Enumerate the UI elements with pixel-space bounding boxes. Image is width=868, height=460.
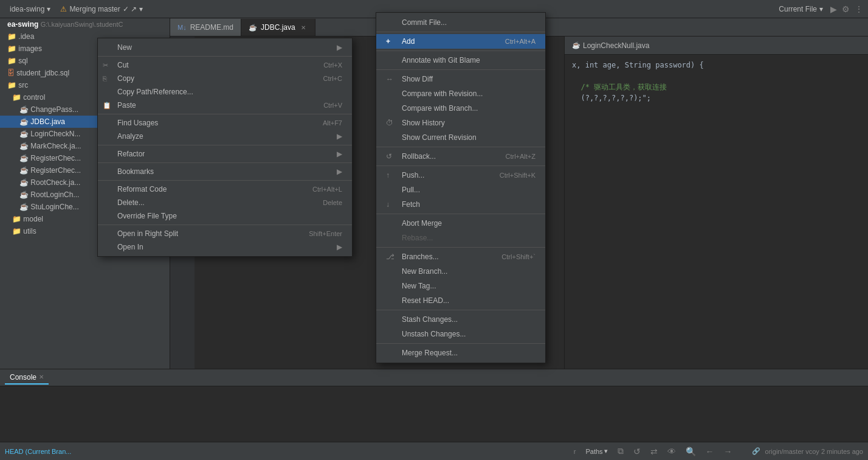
fetch-icon: ↓ bbox=[386, 200, 398, 209]
sidebar-stulogin-label: StuLoginChe... bbox=[30, 203, 78, 211]
git-menu-item-show-current-revision[interactable]: Show Current Revision bbox=[376, 130, 545, 145]
git-menu-item-compare-branch[interactable]: Compare with Branch... bbox=[376, 101, 545, 116]
menu-item-copy[interactable]: ⎘ Copy Ctrl+C bbox=[98, 72, 352, 85]
images-folder-icon: 📁 bbox=[7, 44, 16, 53]
menu-item-reformat[interactable]: Reformat Code Ctrl+Alt+L bbox=[98, 183, 352, 196]
rollback-icon: ↺ bbox=[386, 152, 398, 161]
git-show-diff-label: Show Diff bbox=[402, 75, 536, 83]
eye-icon[interactable]: 👁 bbox=[667, 447, 676, 456]
copy-icon: ⎘ bbox=[103, 75, 115, 82]
git-sep-7 bbox=[376, 247, 545, 248]
menu-item-paste[interactable]: 📋 Paste Ctrl+V bbox=[98, 99, 352, 112]
tab-jdbc[interactable]: ☕ JDBC.java ✕ bbox=[241, 19, 315, 36]
paste-icon: 📋 bbox=[103, 102, 115, 110]
menu-item-override-file-type[interactable]: Override File Type bbox=[98, 209, 352, 223]
sidebar-model-label: model bbox=[23, 215, 43, 223]
git-menu-item-unstash[interactable]: Unstash Changes... bbox=[376, 327, 545, 341]
branch-selector[interactable]: ⚠ Merging master ✓ ↗ ▾ bbox=[55, 4, 148, 15]
analyze-arrow-icon: ▶ bbox=[337, 132, 342, 141]
git-reset-head-label: Reset HEAD... bbox=[402, 296, 536, 305]
git-menu-item-reset-head[interactable]: Reset HEAD... bbox=[376, 293, 545, 308]
git-compare-revision-label: Compare with Revision... bbox=[402, 89, 536, 98]
menu-item-open-in[interactable]: Open In ▶ bbox=[98, 240, 352, 254]
expand-icon[interactable]: ⧉ bbox=[618, 446, 624, 456]
git-menu-item-fetch[interactable]: ↓ Fetch bbox=[376, 197, 545, 212]
git-menu-item-pull[interactable]: Pull... bbox=[376, 183, 545, 197]
git-menu-item-branches[interactable]: ⎇ Branches... Ctrl+Shift+` bbox=[376, 249, 545, 264]
refresh-icon[interactable]: ↺ bbox=[633, 447, 641, 456]
git-compare-branch-label: Compare with Branch... bbox=[402, 104, 536, 113]
menu-item-find-usages[interactable]: Find Usages Alt+F7 bbox=[98, 116, 352, 130]
menu-copy-path-label: Copy Path/Reference... bbox=[117, 88, 342, 96]
right-tab-label[interactable]: LoginCheckNull.java bbox=[583, 41, 649, 50]
git-new-branch-label: New Branch... bbox=[402, 267, 536, 276]
sidebar-jdbc-label: JDBC.java bbox=[30, 117, 65, 126]
project-name: idea-swing bbox=[10, 5, 44, 13]
add-icon: + bbox=[386, 37, 398, 46]
git-menu-item-show-diff[interactable]: ↔ Show Diff bbox=[376, 72, 545, 86]
sidebar-rootlogin-label: RootLoginCh... bbox=[30, 190, 79, 199]
more-icon[interactable]: ⋮ bbox=[855, 4, 863, 14]
warning-icon: ⚠ bbox=[60, 5, 67, 13]
git-menu-item-merge-request[interactable]: Merge Request... bbox=[376, 346, 545, 360]
menu-item-refactor[interactable]: Refactor ▶ bbox=[98, 147, 352, 161]
git-menu-item-abort-merge[interactable]: Abort Merge bbox=[376, 216, 545, 231]
src-folder-icon: 📁 bbox=[7, 81, 16, 89]
bottom-bar-right: r Paths ▾ ⧉ ↺ ⇄ 👁 🔍 ← → bbox=[574, 446, 732, 456]
project-selector[interactable]: idea-swing ▾ bbox=[5, 4, 55, 15]
current-file-button[interactable]: Current File ▾ bbox=[774, 4, 828, 15]
tab-readme[interactable]: M↓ README.md bbox=[170, 19, 241, 36]
tab-close-button[interactable]: ✕ bbox=[299, 23, 308, 32]
git-menu-item-new-tag[interactable]: New Tag... bbox=[376, 279, 545, 293]
menu-item-cut[interactable]: ✂ Cut Ctrl+X bbox=[98, 58, 352, 72]
separator-6 bbox=[98, 225, 352, 225]
go-back-icon[interactable]: ← bbox=[706, 447, 714, 456]
menu-find-usages-label: Find Usages bbox=[117, 119, 311, 127]
git-menu-item-compare-revision[interactable]: Compare with Revision... bbox=[376, 86, 545, 101]
branch-info[interactable]: HEAD (Current Bran... bbox=[5, 448, 71, 455]
paths-button[interactable]: Paths ▾ bbox=[585, 447, 607, 455]
git-menu-item-annotate[interactable]: Annotate with Git Blame bbox=[376, 53, 545, 68]
model-folder-icon: 📁 bbox=[12, 215, 21, 223]
git-push-shortcut: Ctrl+Shift+K bbox=[500, 172, 536, 179]
console-area: Console ✕ bbox=[170, 369, 868, 442]
refactor-arrow-icon: ▶ bbox=[337, 150, 342, 158]
menu-cut-label: Cut bbox=[117, 61, 311, 69]
git-menu-item-push[interactable]: ↑ Push... Ctrl+Shift+K bbox=[376, 168, 545, 183]
sidebar-src-label: src bbox=[18, 81, 28, 89]
menu-item-bookmarks[interactable]: Bookmarks ▶ bbox=[98, 165, 352, 178]
git-menu-item-commit[interactable]: Commit File... bbox=[376, 15, 545, 30]
git-add-label: Add bbox=[402, 37, 505, 46]
stulogin-file-icon: ☕ bbox=[19, 203, 29, 211]
menu-item-analyze[interactable]: Analyze ▶ bbox=[98, 130, 352, 143]
menu-item-delete[interactable]: Delete... Delete bbox=[98, 196, 352, 209]
menu-open-right-label: Open in Right Split bbox=[117, 229, 297, 238]
menu-item-copy-path[interactable]: Copy Path/Reference... bbox=[98, 85, 352, 99]
git-menu-item-add[interactable]: + Add Ctrl+Alt+A bbox=[376, 34, 545, 49]
project-path: G:\.kaiyuanSwing\.studentC bbox=[41, 21, 123, 28]
diff-icon[interactable]: ⇄ bbox=[650, 447, 658, 456]
git-new-tag-label: New Tag... bbox=[402, 282, 536, 290]
history-icon: ⏱ bbox=[386, 119, 398, 127]
search-bottom-icon[interactable]: 🔍 bbox=[686, 447, 696, 456]
separator-5 bbox=[98, 180, 352, 181]
git-menu-item-new-branch[interactable]: New Branch... bbox=[376, 264, 545, 279]
run-icon[interactable]: ▶ bbox=[830, 4, 837, 14]
sidebar-project[interactable]: ea-swing G:\.kaiyuanSwing\.studentC bbox=[0, 18, 170, 30]
git-menu-item-stash[interactable]: Stash Changes... bbox=[376, 312, 545, 327]
git-menu-item-show-history[interactable]: ⏱ Show History bbox=[376, 116, 545, 130]
menu-cut-shortcut: Ctrl+X bbox=[323, 61, 342, 69]
git-sep-5 bbox=[376, 166, 545, 166]
bottom-bar-left: HEAD (Current Bran... bbox=[5, 448, 567, 455]
menu-item-open-right-split[interactable]: Open in Right Split Shift+Enter bbox=[98, 227, 352, 240]
git-menu-item-rollback[interactable]: ↺ Rollback... Ctrl+Alt+Z bbox=[376, 149, 545, 164]
menu-find-shortcut: Alt+F7 bbox=[323, 119, 342, 127]
git-show-history-label: Show History bbox=[402, 119, 536, 127]
db-icon: 🗄 bbox=[7, 69, 15, 77]
menu-item-new[interactable]: New ▶ bbox=[98, 41, 352, 54]
git-sep-6 bbox=[376, 214, 545, 214]
changepass-file-icon: ☕ bbox=[19, 105, 29, 114]
settings-icon[interactable]: ⚙ bbox=[842, 4, 850, 14]
go-forward-icon[interactable]: → bbox=[724, 447, 732, 456]
utils-folder-icon: 📁 bbox=[12, 227, 21, 235]
